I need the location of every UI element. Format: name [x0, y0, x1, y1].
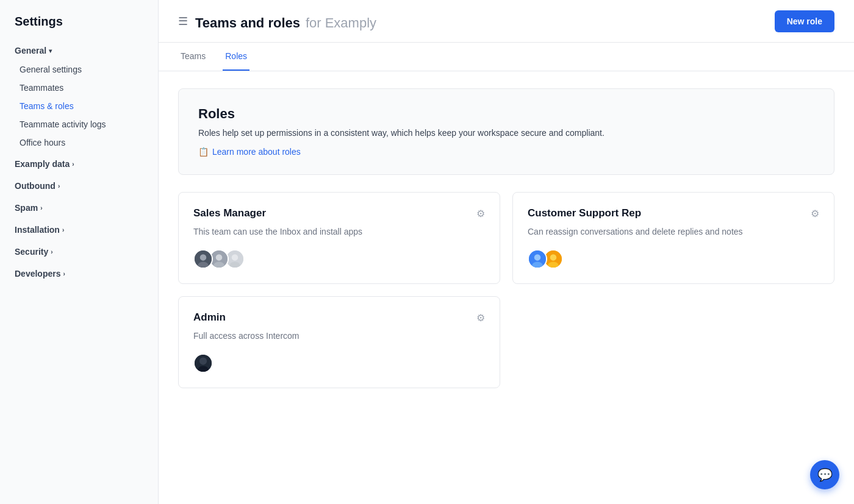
- avatar: [193, 353, 213, 373]
- role-card-sales-manager[interactable]: Sales Manager ⚙ This team can use the In…: [178, 192, 500, 284]
- chevron-right-icon: ›: [62, 227, 64, 233]
- role-card-desc: Can reassign conversations and delete re…: [528, 225, 819, 238]
- page-header: ☰ Teams and roles for Examply New role: [159, 0, 854, 43]
- svg-point-1: [200, 254, 207, 261]
- developers-label: Developers: [15, 269, 60, 279]
- main-content: ☰ Teams and roles for Examply New role T…: [159, 0, 854, 504]
- role-card-header: Customer Support Rep ⚙: [528, 207, 819, 219]
- roles-banner: Roles Roles help set up permissions in a…: [178, 88, 834, 175]
- book-icon: 📋: [198, 147, 209, 157]
- role-card-header: Admin ⚙: [193, 311, 485, 324]
- tab-roles[interactable]: Roles: [223, 43, 249, 71]
- svg-point-16: [199, 357, 207, 364]
- sidebar-nav: General ▾ General settings Teammates Tea…: [0, 41, 158, 283]
- role-card-admin[interactable]: Admin ⚙ Full access across Intercom: [178, 296, 500, 388]
- chevron-right-icon: ›: [58, 183, 60, 190]
- avatar: [193, 249, 213, 269]
- svg-point-7: [232, 254, 239, 261]
- chat-icon: 💬: [817, 467, 833, 482]
- outbound-label: Outbound: [15, 181, 56, 191]
- sidebar-item-teammates[interactable]: Teammates: [0, 79, 158, 97]
- nav-section-installation: Installation ›: [0, 220, 158, 240]
- nav-section-security: Security ›: [0, 242, 158, 261]
- svg-point-13: [550, 254, 557, 261]
- sidebar-item-security[interactable]: Security ›: [0, 242, 158, 261]
- svg-point-10: [534, 254, 541, 261]
- sidebar-item-teammate-activity-logs[interactable]: Teammate activity logs: [0, 115, 158, 133]
- avatar: [528, 249, 547, 269]
- security-label: Security: [15, 247, 48, 257]
- nav-section-general: General ▾ General settings Teammates Tea…: [0, 41, 158, 152]
- new-role-button[interactable]: New role: [775, 10, 834, 32]
- sidebar: Settings General ▾ General settings Team…: [0, 0, 159, 504]
- chevron-right-icon: ›: [40, 205, 42, 211]
- hamburger-icon[interactable]: ☰: [178, 15, 188, 28]
- chevron-right-icon: ›: [63, 271, 65, 277]
- installation-label: Installation: [15, 225, 60, 235]
- nav-section-examply-data: Examply data ›: [0, 154, 158, 174]
- nav-section-developers: Developers ›: [0, 264, 158, 283]
- header-left: ☰ Teams and roles for Examply: [178, 10, 376, 32]
- chat-bubble-button[interactable]: 💬: [810, 460, 839, 489]
- role-card-title: Customer Support Rep: [528, 207, 641, 219]
- chevron-down-icon: ▾: [49, 48, 52, 54]
- role-card-title: Admin: [193, 311, 226, 324]
- role-card-header: Sales Manager ⚙: [193, 207, 485, 219]
- sidebar-item-general[interactable]: General ▾: [0, 41, 158, 60]
- sidebar-item-examply-data[interactable]: Examply data ›: [0, 154, 158, 174]
- sidebar-item-office-hours[interactable]: Office hours: [0, 133, 158, 152]
- sidebar-item-installation[interactable]: Installation ›: [0, 220, 158, 240]
- roles-banner-desc: Roles help set up permissions in a consi…: [198, 128, 814, 138]
- chevron-right-icon: ›: [72, 161, 74, 168]
- role-card-avatars: [528, 249, 819, 269]
- tab-teams[interactable]: Teams: [178, 43, 208, 71]
- nav-section-spam: Spam ›: [0, 198, 158, 218]
- gear-icon[interactable]: ⚙: [476, 208, 485, 219]
- spam-label: Spam: [15, 203, 38, 213]
- role-card-avatars: [193, 249, 485, 269]
- nav-section-outbound: Outbound ›: [0, 176, 158, 196]
- page-title-text: Teams and roles: [195, 15, 300, 30]
- role-card-desc: This team can use the Inbox and install …: [193, 225, 485, 238]
- sidebar-item-general-settings[interactable]: General settings: [0, 60, 158, 79]
- page-title-suffix: for Examply: [306, 15, 376, 30]
- page-content: Roles Roles help set up permissions in a…: [159, 71, 854, 405]
- role-card-avatars: [193, 353, 485, 373]
- role-cards-grid: Sales Manager ⚙ This team can use the In…: [178, 192, 834, 388]
- general-label: General: [15, 46, 46, 55]
- sidebar-item-teams-roles[interactable]: Teams & roles: [0, 97, 158, 115]
- learn-more-link[interactable]: 📋 Learn more about roles: [198, 147, 301, 157]
- roles-banner-title: Roles: [198, 106, 814, 122]
- role-card-customer-support-rep[interactable]: Customer Support Rep ⚙ Can reassign conv…: [512, 192, 834, 284]
- tabs-bar: Teams Roles: [159, 43, 854, 71]
- sidebar-item-developers[interactable]: Developers ›: [0, 264, 158, 283]
- chevron-right-icon: ›: [51, 249, 52, 255]
- sidebar-item-outbound[interactable]: Outbound ›: [0, 176, 158, 196]
- examply-data-label: Examply data: [15, 159, 70, 169]
- svg-point-4: [216, 254, 223, 261]
- learn-more-label: Learn more about roles: [212, 147, 301, 157]
- role-card-desc: Full access across Intercom: [193, 330, 485, 343]
- gear-icon[interactable]: ⚙: [476, 312, 485, 324]
- gear-icon[interactable]: ⚙: [811, 208, 819, 219]
- page-title: Teams and roles for Examply: [195, 10, 376, 32]
- role-card-title: Sales Manager: [193, 207, 266, 219]
- app-title: Settings: [0, 15, 158, 41]
- sidebar-item-spam[interactable]: Spam ›: [0, 198, 158, 218]
